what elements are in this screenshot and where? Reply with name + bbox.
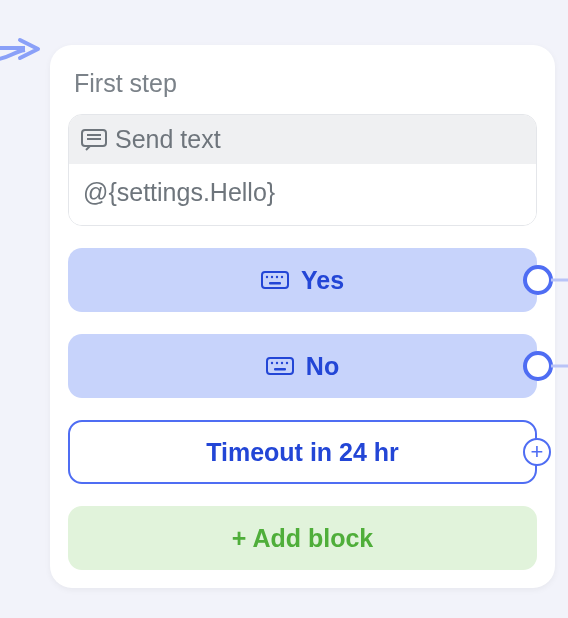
- option-row-yes: Yes: [68, 248, 537, 312]
- send-text-header: Send text: [69, 115, 536, 164]
- svg-point-11: [276, 362, 278, 364]
- add-block-row: + Add block: [68, 506, 537, 570]
- timeout-row: Timeout in 24 hr +: [68, 420, 537, 484]
- timeout-button[interactable]: Timeout in 24 hr: [68, 420, 537, 484]
- option-row-no: No: [68, 334, 537, 398]
- step-card[interactable]: First step Send text @{settings.Hello}: [50, 45, 555, 588]
- outgoing-edge: [551, 279, 568, 282]
- send-text-block[interactable]: Send text @{settings.Hello}: [68, 114, 537, 226]
- incoming-edge-arrow: [0, 30, 50, 74]
- connector-port[interactable]: [523, 351, 553, 381]
- svg-point-12: [281, 362, 283, 364]
- svg-rect-14: [274, 368, 286, 371]
- option-yes-button[interactable]: Yes: [68, 248, 537, 312]
- svg-point-10: [271, 362, 273, 364]
- add-block-label: + Add block: [232, 524, 373, 553]
- send-text-body[interactable]: @{settings.Hello}: [69, 164, 536, 225]
- step-title: First step: [74, 69, 537, 98]
- add-block-button[interactable]: + Add block: [68, 506, 537, 570]
- svg-point-6: [276, 276, 278, 278]
- add-connector-plus-icon[interactable]: +: [523, 438, 551, 466]
- option-yes-label: Yes: [301, 266, 344, 295]
- option-no-button[interactable]: No: [68, 334, 537, 398]
- svg-rect-3: [262, 272, 288, 288]
- svg-rect-9: [267, 358, 293, 374]
- send-text-header-label: Send text: [115, 125, 221, 154]
- svg-point-7: [281, 276, 283, 278]
- connector-port[interactable]: [523, 265, 553, 295]
- keyboard-icon: [266, 357, 294, 375]
- outgoing-edge: [551, 365, 568, 368]
- svg-rect-8: [269, 282, 281, 285]
- svg-point-4: [266, 276, 268, 278]
- message-icon: [81, 129, 107, 151]
- svg-point-13: [286, 362, 288, 364]
- svg-point-5: [271, 276, 273, 278]
- timeout-label: Timeout in 24 hr: [206, 438, 399, 467]
- option-no-label: No: [306, 352, 339, 381]
- keyboard-icon: [261, 271, 289, 289]
